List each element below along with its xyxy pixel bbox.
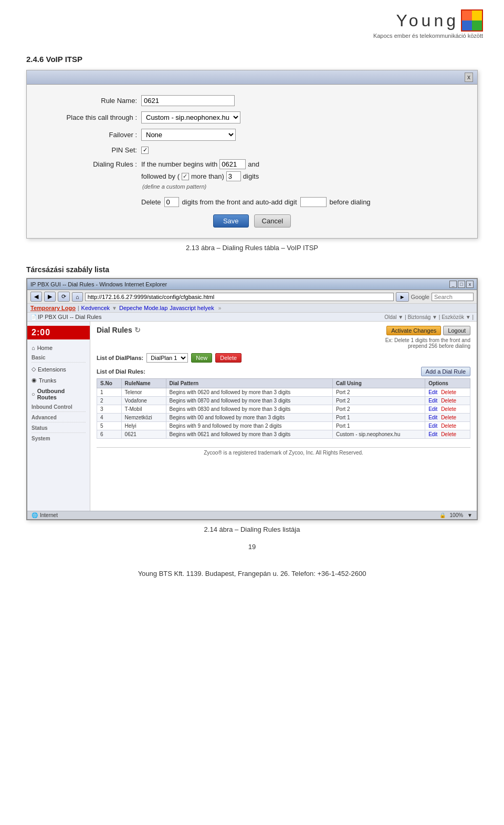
dialplan-select[interactable]: DialPlan 1: [146, 353, 188, 363]
sidebar-section-status: Status: [27, 424, 90, 431]
sidebar-divider-1: [32, 362, 86, 363]
auto-add-digit-input[interactable]: [300, 197, 327, 207]
delete-link[interactable]: Delete: [441, 389, 456, 395]
sidebar-item-home[interactable]: ⌂ Home: [27, 343, 90, 353]
cell-options: Edit Delete: [425, 430, 470, 439]
delete-link[interactable]: Delete: [441, 398, 456, 404]
browser-address-bar[interactable]: [85, 293, 394, 301]
dialing-more-than: more than): [191, 172, 224, 180]
browser-back-btn[interactable]: ◀: [30, 292, 42, 302]
browser-minimize-btn[interactable]: _: [449, 281, 457, 288]
cell-rulename: Helyi: [121, 422, 166, 430]
sidebar-item-trunks[interactable]: ◉ Trunks: [27, 375, 90, 386]
cancel-button[interactable]: Cancel: [254, 214, 291, 228]
browser-menu-depeche[interactable]: Depeche Mode.lap: [119, 305, 167, 311]
failover-label: Failover :: [43, 131, 137, 139]
browser-refresh-btn[interactable]: ⟳: [58, 292, 70, 302]
dial-rules-header: List of Dial Rules: Add a Dial Rule: [97, 367, 470, 376]
delete-row: Delete digits from the front and auto-ad…: [141, 197, 461, 207]
cell-callusing: Custom - sip.neophonex.hu: [332, 430, 425, 439]
browser-home-btn[interactable]: ⌂: [72, 292, 83, 302]
pbx-help-text: Ex: Delete 1 digits from the front and p…: [365, 337, 470, 349]
dialing-checkbox[interactable]: ✓: [182, 173, 189, 180]
cell-pattern: Begins with 9 and followed by more than …: [166, 422, 332, 430]
dialog-close-button[interactable]: x: [465, 73, 473, 82]
pbx-tab-label[interactable]: IP PBX GUI -- Dial Rules: [38, 314, 101, 320]
save-button[interactable]: Save: [213, 214, 249, 228]
browser-menu-favorites[interactable]: Kedvencek: [81, 305, 110, 311]
edit-link[interactable]: Edit: [428, 423, 437, 429]
sidebar-item-extensions[interactable]: ◇ Extensions: [27, 364, 90, 375]
edit-link[interactable]: Edit: [428, 431, 437, 437]
home-icon: ⌂: [32, 345, 35, 351]
cell-rulename: Telenor: [121, 388, 166, 397]
cell-pattern: Begins with 00 and followed by more than…: [166, 414, 332, 422]
table-row: 1 Telenor Begins with 0620 and followed …: [97, 388, 470, 397]
sidebar-trunks-label: Trunks: [39, 377, 56, 384]
svg-rect-3: [462, 20, 472, 30]
place-call-select[interactable]: Custom - sip.neophonex.hu: [141, 111, 240, 123]
dialing-begins-with-input[interactable]: [219, 159, 246, 169]
dialplan-label: List of DialPlans:: [97, 355, 143, 361]
sidebar-item-outbound-routes[interactable]: ○ Outbound Routes: [27, 386, 90, 403]
edit-link[interactable]: Edit: [428, 398, 437, 404]
browser-close-btn[interactable]: x: [466, 281, 474, 288]
browser-statusbar: 🌐 Internet 🔒 100% ▼: [27, 511, 477, 519]
pbx-title-area: Dial Rules ↻: [97, 326, 365, 334]
browser-search-input[interactable]: [432, 293, 474, 301]
sidebar-divider-3: [32, 422, 86, 422]
add-dial-rule-button[interactable]: Add a Dial Rule: [421, 367, 470, 376]
col-rulename: RuleName: [121, 379, 166, 388]
section-heading: 2.4.6 VoIP ITSP: [0, 39, 504, 70]
delete-link[interactable]: Delete: [441, 406, 456, 412]
cell-sno: 1: [97, 388, 122, 397]
browser-maximize-btn[interactable]: □: [458, 281, 465, 288]
browser-menu-javascript[interactable]: Javascript helyek: [170, 305, 214, 311]
dial-rules-title: List of Dial Rules:: [97, 368, 145, 375]
dialing-digits-input[interactable]: [226, 171, 241, 181]
browser-titlebar: IP PBX GUI -- Dial Rules - Windows Inter…: [27, 279, 477, 290]
pin-set-label: PIN Set:: [43, 146, 137, 154]
pin-set-checkbox[interactable]: ✓: [141, 147, 149, 154]
cell-pattern: Begins with 0621 and followed by more th…: [166, 430, 332, 439]
dialing-rules-row: Dialing Rules : If the number begins wit…: [43, 159, 461, 190]
page-footer: Young BTS Kft. 1139. Budapest, Frangepán…: [0, 554, 504, 588]
browser-forward-btn[interactable]: ▶: [44, 292, 56, 302]
header: Young Kapocs ember és telekommunikáció k…: [0, 0, 504, 39]
delete-link[interactable]: Delete: [441, 431, 456, 437]
col-options: Options: [425, 379, 470, 388]
edit-link[interactable]: Edit: [428, 406, 437, 412]
refresh-icon[interactable]: ↻: [134, 326, 141, 334]
failover-select[interactable]: None: [141, 129, 236, 141]
pbx-action-buttons: Activate Changes Logout: [386, 326, 470, 335]
edit-link[interactable]: Edit: [428, 389, 437, 395]
activate-changes-button[interactable]: Activate Changes: [386, 326, 441, 335]
delete-link[interactable]: Delete: [441, 423, 456, 429]
logout-button[interactable]: Logout: [443, 326, 470, 335]
new-dialplan-button[interactable]: New: [191, 353, 212, 363]
edit-link[interactable]: Edit: [428, 415, 437, 420]
browser-favorites-toolbar: Temporary Logo | Kedvencek ▼ Depeche Mod…: [27, 304, 477, 313]
cell-pattern: Begins with 0830 and followed by more th…: [166, 405, 332, 414]
dialing-line2: followed by ( ✓ more than) digits: [141, 171, 259, 181]
dial-rules-table: S.No RuleName Dial Pattern Call Using Op…: [97, 378, 470, 439]
delete-link[interactable]: Delete: [441, 415, 456, 420]
rule-name-input[interactable]: [141, 95, 235, 106]
cell-rulename: T-Mobil: [121, 405, 166, 414]
logo-area: Young Kapocs ember és telekommunikáció k…: [373, 9, 483, 39]
browser-toolbar-options: Oldal ▼ | Biztonság ▼ | Eszközök ▼ |: [384, 314, 474, 320]
delete-value-input[interactable]: [164, 197, 179, 207]
delete-dialplan-button[interactable]: Delete: [215, 353, 242, 363]
delete-suffix: before dialing: [330, 198, 371, 206]
trunks-icon: ◉: [32, 377, 37, 384]
temp-logo[interactable]: Temporary Logo: [30, 305, 76, 311]
zoom-icon: ▼: [467, 512, 472, 518]
rule-name-label: Rule Name:: [43, 97, 137, 105]
pbx-main-area: Dial Rules ↻ Activate Changes Logout Ex:…: [90, 322, 477, 511]
pbx-header-row: Dial Rules ↻ Activate Changes Logout Ex:…: [97, 326, 470, 349]
browser-go-btn[interactable]: ►: [396, 292, 409, 302]
dialing-line1-suffix: and: [248, 160, 259, 168]
browser-search-label: Google: [411, 294, 429, 300]
cell-options: Edit Delete: [425, 405, 470, 414]
sidebar-home-label: Home: [37, 345, 52, 351]
